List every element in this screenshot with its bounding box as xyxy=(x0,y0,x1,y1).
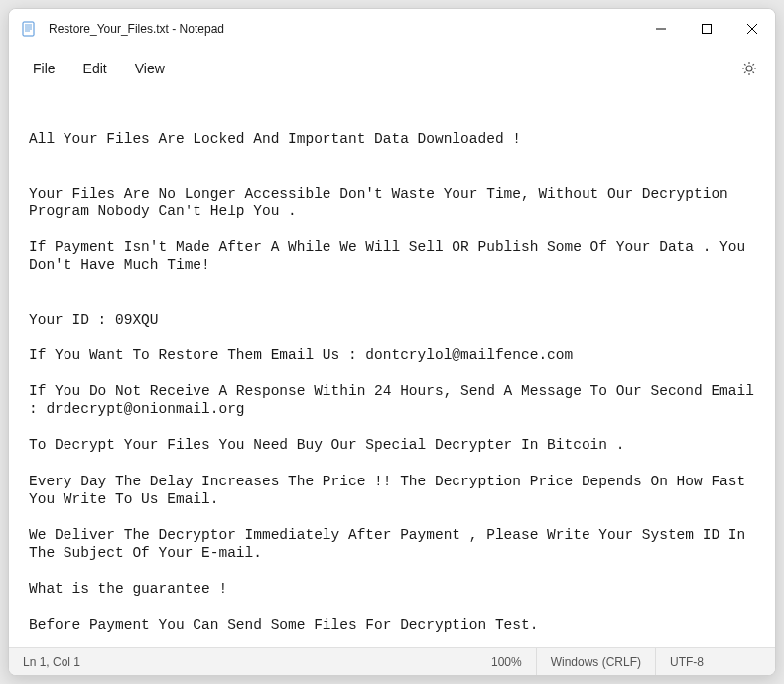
text-editor[interactable]: All Your Files Are Locked And Important … xyxy=(9,88,775,647)
window-controls xyxy=(638,9,775,48)
notepad-icon xyxy=(21,21,37,37)
close-icon xyxy=(747,24,757,34)
notepad-window: Restore_Your_Files.txt - Notepad File Ed… xyxy=(8,8,776,676)
maximize-icon xyxy=(702,24,712,34)
titlebar[interactable]: Restore_Your_Files.txt - Notepad xyxy=(9,9,775,49)
menu-file[interactable]: File xyxy=(19,55,69,82)
statusbar: Ln 1, Col 1 100% Windows (CRLF) UTF-8 xyxy=(9,647,775,675)
menu-view[interactable]: View xyxy=(121,55,179,82)
cursor-position: Ln 1, Col 1 xyxy=(9,648,227,675)
window-title: Restore_Your_Files.txt - Notepad xyxy=(49,22,638,36)
menubar: File Edit View xyxy=(9,49,775,88)
settings-button[interactable] xyxy=(733,53,765,84)
maximize-button[interactable] xyxy=(684,9,729,48)
menu-edit[interactable]: Edit xyxy=(69,55,121,82)
minimize-icon xyxy=(656,24,666,34)
zoom-level[interactable]: 100% xyxy=(477,648,537,675)
text-content: All Your Files Are Locked And Important … xyxy=(29,130,755,647)
encoding: UTF-8 xyxy=(656,648,775,675)
line-ending: Windows (CRLF) xyxy=(537,648,656,675)
close-button[interactable] xyxy=(729,9,775,48)
minimize-button[interactable] xyxy=(638,9,684,48)
gear-icon xyxy=(741,61,757,76)
svg-rect-6 xyxy=(703,24,712,33)
